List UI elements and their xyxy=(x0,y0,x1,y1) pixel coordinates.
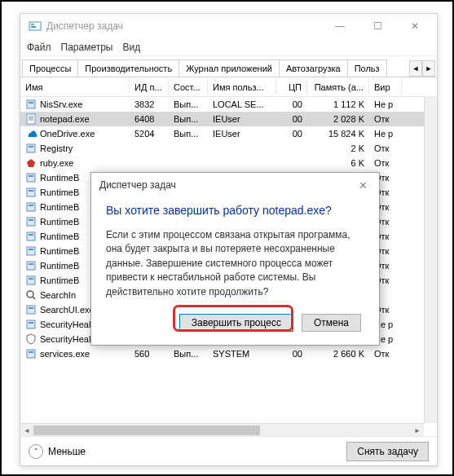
svg-rect-4 xyxy=(29,102,33,104)
col-user[interactable]: Имя польз... xyxy=(208,79,276,95)
scroll-right-button[interactable]: ► xyxy=(411,424,424,436)
cell-vir: Отк xyxy=(369,113,402,125)
cell-mem: 6 K xyxy=(307,157,369,169)
table-header: Имя ИД п... Сост... Имя польз... ЦП Памя… xyxy=(20,77,437,97)
col-mem[interactable]: Память (а... xyxy=(307,79,369,95)
process-name: RuntimeB xyxy=(40,202,79,212)
end-task-button[interactable]: Снять задачу xyxy=(346,442,429,461)
col-state[interactable]: Сост... xyxy=(169,79,208,95)
menu-file[interactable]: Файл xyxy=(27,42,51,53)
cell-pid: 5204 xyxy=(130,128,169,139)
process-icon xyxy=(25,143,37,154)
process-name: SearchUI.exe xyxy=(40,305,95,315)
process-name: NisSrv.exe xyxy=(40,99,82,109)
svg-rect-25 xyxy=(29,263,33,265)
cell-mem: 15 824 K xyxy=(307,128,369,139)
close-button[interactable]: ✕ xyxy=(396,14,434,38)
process-icon xyxy=(25,275,37,286)
cell-pid xyxy=(130,148,169,149)
cell-mem: 2 660 K xyxy=(307,348,369,359)
svg-rect-2 xyxy=(31,26,36,28)
col-cpu[interactable]: ЦП xyxy=(276,79,307,95)
table-row[interactable]: notepad.exe6408Вып...IEUser002 028 KОтк xyxy=(20,112,437,126)
menu-options[interactable]: Параметры xyxy=(61,42,113,53)
process-icon xyxy=(25,172,37,183)
process-icon xyxy=(25,157,37,169)
table-row[interactable]: ruby.exe6 KОтк xyxy=(20,156,437,170)
dialog-close-button[interactable]: ✕ xyxy=(355,176,371,195)
menu-view[interactable]: Вид xyxy=(122,42,140,53)
process-icon xyxy=(25,99,37,110)
vertical-scrollbar[interactable] xyxy=(424,97,437,423)
scroll-track[interactable] xyxy=(33,424,411,436)
svg-rect-27 xyxy=(29,278,33,280)
cell-vir: Отк xyxy=(369,348,402,359)
process-name: RuntimeB xyxy=(40,173,79,183)
tab-performance[interactable]: Производительность xyxy=(77,60,179,77)
tab-app-history[interactable]: Журнал приложений xyxy=(179,60,280,77)
process-name: Registry xyxy=(40,143,73,153)
cell-user: SYSTEM xyxy=(208,348,276,359)
table-row[interactable]: OneDrive.exe5204Вып...IEUser0015 824 KНе… xyxy=(20,126,437,141)
cell-state: Вып... xyxy=(169,99,208,110)
process-name: RuntimeB xyxy=(40,231,79,241)
process-icon xyxy=(25,289,37,301)
cell-state: Вып... xyxy=(169,128,208,139)
svg-rect-18 xyxy=(27,218,35,226)
maximize-button[interactable]: ☐ xyxy=(359,14,396,38)
process-name: services.exe xyxy=(40,349,90,359)
cell-user: IEUser xyxy=(208,128,276,139)
process-icon xyxy=(25,231,37,242)
titlebar: Диспетчер задач — ☐ ✕ xyxy=(20,14,437,38)
cell-pid: 6408 xyxy=(130,113,169,125)
tab-scroll-left[interactable]: ◄ xyxy=(409,60,422,77)
tab-scroll-right[interactable]: ► xyxy=(422,60,435,77)
cell-vir: Не р xyxy=(369,99,402,110)
svg-rect-15 xyxy=(29,190,33,192)
table-row[interactable]: Registry2 KОтк xyxy=(20,141,437,156)
process-name: RuntimeB xyxy=(40,246,79,256)
svg-rect-5 xyxy=(27,114,35,124)
horizontal-scrollbar[interactable]: ◄ ► xyxy=(20,423,424,436)
col-name[interactable]: Имя xyxy=(20,79,130,95)
table-row[interactable]: services.exe560Вып...SYSTEM002 660 KОтк xyxy=(20,346,437,361)
fewer-details-button[interactable]: ˄ Меньше xyxy=(29,444,86,459)
process-name: RuntimeB xyxy=(40,187,79,197)
process-icon xyxy=(25,187,37,198)
process-icon xyxy=(25,113,37,125)
svg-marker-11 xyxy=(27,159,35,167)
svg-rect-34 xyxy=(27,350,35,358)
end-process-button[interactable]: Завершить процесс xyxy=(179,314,293,332)
cell-state: Вып... xyxy=(169,348,208,359)
cancel-button[interactable]: Отмена xyxy=(302,314,361,332)
tab-users[interactable]: Польз xyxy=(347,60,387,77)
tab-processes[interactable]: Процессы xyxy=(22,60,78,77)
svg-point-28 xyxy=(27,291,33,298)
cell-user xyxy=(208,148,276,149)
svg-rect-14 xyxy=(27,188,35,196)
svg-rect-32 xyxy=(27,320,35,328)
dialog-heading: Вы хотите завершить работу notepad.exe? xyxy=(106,204,364,217)
scroll-thumb[interactable] xyxy=(33,425,260,435)
confirm-dialog: Диспетчер задач ✕ Вы хотите завершить ра… xyxy=(90,172,380,346)
cell-pid xyxy=(130,162,169,164)
svg-rect-33 xyxy=(29,322,33,324)
cell-cpu: 00 xyxy=(276,113,307,125)
col-vir[interactable]: Вир xyxy=(369,79,402,95)
process-icon xyxy=(25,319,37,330)
scroll-left-button[interactable]: ◄ xyxy=(20,424,33,436)
svg-rect-21 xyxy=(29,234,33,236)
cell-pid: 3832 xyxy=(130,99,169,110)
svg-rect-20 xyxy=(27,232,35,240)
table-row[interactable]: NisSrv.exe3832Вып...LOCAL SE...001 112 K… xyxy=(20,97,437,112)
cell-user: LOCAL SE... xyxy=(208,99,276,110)
cell-user: IEUser xyxy=(208,113,276,125)
process-icon xyxy=(25,333,37,345)
dialog-body-text: Если с этим процессом связана открытая п… xyxy=(106,228,364,299)
process-name: ruby.exe xyxy=(40,158,73,168)
minimize-button[interactable]: — xyxy=(321,14,359,38)
tab-startup[interactable]: Автозагрузка xyxy=(279,60,348,77)
svg-rect-35 xyxy=(29,351,33,353)
cell-mem: 2 028 K xyxy=(307,113,369,125)
col-pid[interactable]: ИД п... xyxy=(130,79,169,95)
